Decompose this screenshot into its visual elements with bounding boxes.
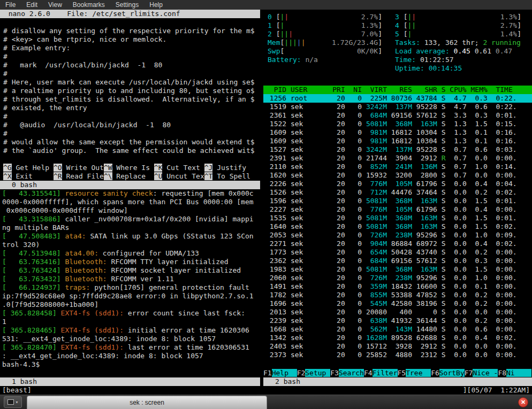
fkey-f3[interactable]: F3Search — [330, 369, 364, 377]
process-row[interactable]: 1535 sek 20 0 5081M 368M 163M S 0.0 1.5 … — [263, 214, 532, 222]
process-row[interactable]: 1519 sek 20 0 3242M 137M 95228 S 4.7 0.6… — [263, 103, 532, 111]
process-row[interactable]: 1620 sek 20 0 15932 3200 2800 S 0.7 0.0 … — [263, 171, 532, 180]
statusbar-spacer-right — [282, 386, 463, 395]
menu-bookmarks[interactable]: Bookmarks — [73, 1, 105, 9]
process-row[interactable]: 1522 sek 20 0 5081M 368M 163M S 1.3 1.5 … — [263, 120, 532, 128]
fkey-f1[interactable]: F1Help — [263, 369, 297, 377]
cpu3-meter: 3 [||1.3%] — [395, 13, 521, 21]
process-row[interactable]: 2271 sek 20 0 904M 86884 68972 S 0.0 0.4… — [263, 240, 532, 248]
terminal-line: [ 63.763432] Bluetooth: RFCOMM ver 1.11 — [2, 275, 260, 283]
process-row[interactable]: 2053 sek 20 0 726M 238M 95296 S 0.0 1.0 … — [263, 231, 532, 240]
menu-settings[interactable]: Settings — [116, 1, 139, 9]
cpu4-meter: 4 [||2.7%] — [395, 21, 521, 30]
fkey-f7[interactable]: F7Nice - — [465, 369, 498, 377]
process-row[interactable]: 2226 sek 20 0 776M 105M 61796 S 0.0 0.4 … — [263, 180, 532, 188]
nano-titlebar: nano 2.6.0 File: /etc/set_rlimits.conf — [0, 10, 260, 18]
terminal-line: # mark /usr/local/bin/jackd -1 80 — [3, 61, 260, 70]
window-list: 0 bash 1 bash 2 bash — [217, 386, 282, 395]
screen-caption-window1: 1 bash — [0, 377, 260, 386]
terminal-line: trol 320) — [2, 241, 260, 249]
terminal-line: # existed, the entry — [3, 104, 260, 112]
menu-edit[interactable]: Edit — [26, 1, 37, 9]
htop-meters-left: 0 [||2.7%] 1 [|1.3%] 2 [|||7.0%] Mem[|||… — [268, 13, 392, 73]
cpu5-meter: 5 [|1.4%] — [395, 30, 521, 38]
terminal-line: .0[7f9d52808000+1ba000] — [2, 300, 260, 309]
process-row[interactable]: 1640 sek 20 0 5081M 368M 163M S 0.0 1.5 … — [263, 222, 532, 231]
terminal-line: # @audio /usr/local/bin/jackd -1 80 — [3, 121, 260, 129]
new-tab-button[interactable]: ▾ — [4, 396, 22, 408]
terminal-line: # — [3, 52, 260, 61]
terminal-line: [ 365.828470] EXT4-fs (sdd1): last error… — [2, 343, 260, 352]
terminal-line: ip:7f9d528c68e0 sp:7ffdd9c28ae8 error:0 … — [2, 292, 260, 300]
menu-view[interactable]: View — [48, 1, 62, 9]
terminal-line: 1 — [2, 318, 260, 326]
process-row[interactable]: 1668 sek 20 0 562M 143M 14480 S 0.0 0.6 … — [263, 325, 532, 334]
process-row[interactable]: 2403 sek 20 0 15712 3928 2912 S 0.0 0.0 … — [263, 342, 532, 351]
process-row[interactable]: 1596 sek 20 0 5081M 368M 163M S 0.0 1.5 … — [263, 197, 532, 205]
process-row[interactable]: 2239 sek 20 0 638M 41932 36144 S 0.0 0.2… — [263, 317, 532, 325]
process-row[interactable]: 2361 sek 20 0 684M 69156 57612 S 3.3 0.3… — [263, 111, 532, 120]
fkey-f8[interactable]: F8Ni — [498, 369, 531, 377]
fkey-f5[interactable]: F5Tree — [398, 369, 431, 377]
terminal-line: # Here, user mark can execute /usr/local… — [3, 78, 260, 87]
process-table[interactable]: PID USER PRI NI VIRT RES SHR S CPU% MEM%… — [263, 86, 532, 369]
terminal-line: 531: __ext4_get_inode_loc:4389: inode 8:… — [2, 335, 260, 343]
terminal-line: [ 365.828458] EXT4-fs (sdd1): error coun… — [2, 309, 260, 318]
process-row[interactable]: 1256 root 20 0 225M 80736 43784 S 4.7 0.… — [263, 94, 532, 103]
process-table-header[interactable]: PID USER PRI NI VIRT RES SHR S CPU% MEM%… — [263, 86, 532, 94]
swap-meter: Swp[0K/0K] — [268, 47, 382, 56]
terminal-line: [ 63.763416] Bluetooth: RFCOMM TTY layer… — [2, 258, 260, 266]
close-icon: ✕ — [521, 399, 526, 406]
process-row[interactable]: 1782 sek 20 0 855M 53388 47852 S 0.0 0.2… — [263, 291, 532, 299]
process-row[interactable]: 2060 sek 20 0 726M 238M 95296 S 0.0 1.0 … — [263, 274, 532, 282]
fkey-f4[interactable]: F4Filter — [364, 369, 398, 377]
process-row[interactable]: 1983 sek 20 0 5081M 368M 163M S 0.0 1.5 … — [263, 265, 532, 274]
process-row[interactable]: 1696 sek 20 0 545M 42580 38196 S 0.0 0.2… — [263, 299, 532, 308]
terminal-icon — [7, 399, 14, 405]
process-row[interactable]: 1342 sek 20 0 1628M 89528 62688 S 0.0 0.… — [263, 334, 532, 342]
process-row[interactable]: 1773 sek 20 0 654M 50428 43740 S 0.0 0.2… — [263, 248, 532, 257]
process-row[interactable]: 1491 sek 20 0 359M 18432 16600 S 0.0 0.1… — [263, 282, 532, 291]
konsole-tabbar: ▾ sek : screen ✕ — [0, 395, 532, 409]
dmesg-pane[interactable]: [ 43.315541] resource sanity check: requ… — [0, 189, 260, 377]
nano-editor-body[interactable]: # disallow any setting of the respective… — [0, 18, 260, 164]
fkey-f2[interactable]: F2Setup — [297, 369, 331, 377]
screen-caption-window2: 2 bash — [263, 377, 532, 386]
terminal-line: # <key> can be rtprio, nice or memlock. — [3, 35, 260, 44]
htop-pane[interactable]: 0 [||2.7%] 1 [|1.3%] 2 [|||7.0%] Mem[|||… — [263, 10, 532, 386]
terminal-line: # a realtime priority up to and includin… — [3, 87, 260, 95]
process-row[interactable]: 2391 sek 20 0 21744 3904 2912 R 0.7 0.0 … — [263, 154, 532, 163]
terminal-line: # would allow the same except the permis… — [3, 138, 260, 146]
terminal-line: # Example entry: — [3, 44, 260, 52]
process-row[interactable]: 1609 sek 20 0 981M 16812 10304 S 1.3 0.1… — [263, 128, 532, 137]
menu-file[interactable]: File — [5, 1, 16, 9]
process-row[interactable]: 1609 sek 20 0 981M 16812 10304 S 1.3 0.1… — [263, 137, 532, 145]
nano-pane[interactable]: nano 2.6.0 File: /etc/set_rlimits.conf #… — [0, 10, 260, 181]
cpu1-meter: 1 [|1.3%] — [268, 21, 382, 30]
uptime: Uptime: 00:14:35 — [395, 64, 532, 73]
htop-function-key-bar: F1Help F2Setup F3SearchF4FilterF5Tree F6… — [263, 369, 532, 377]
hostname-label: [beast] — [2, 386, 36, 395]
process-row[interactable]: 2362 sek 20 0 684M 69156 57612 S 0.0 0.3… — [263, 257, 532, 265]
htop-meters-right: 3 [||1.3%] 4 [||2.7%] 5 [|1.4%] Tasks: 1… — [392, 13, 532, 73]
terminal-line: [ 63.763424] Bluetooth: RFCOMM socket la… — [2, 266, 260, 275]
tab-session-screen[interactable]: sek : screen — [27, 396, 267, 409]
process-row[interactable]: 2227 sek 20 0 776M 105M 61796 S 0.0 0.4 … — [263, 205, 532, 214]
menu-help[interactable]: Help — [149, 1, 163, 9]
chevron-down-icon: ▾ — [16, 399, 18, 405]
left-pane-column: nano 2.6.0 File: /etc/set_rlimits.conf #… — [0, 10, 260, 386]
fkey-f6[interactable]: F6SortBy — [431, 369, 465, 377]
terminal-line: [ 365.828465] EXT4-fs (sdd1): initial er… — [2, 326, 260, 335]
nano-shortcut-bar: ^G Get Help ^O Write Out^W Where Is ^K C… — [0, 164, 260, 181]
menubar: File Edit View Bookmarks Settings Help — [0, 0, 532, 10]
terminal-line: # disallow any setting of the respective… — [3, 27, 260, 35]
process-row[interactable]: 2110 sek 20 0 852M 241M 136M S 0.7 1.0 0… — [263, 163, 532, 171]
battery-status: Battery: n/a — [268, 56, 392, 64]
terminal-viewport[interactable]: nano 2.6.0 File: /etc/set_rlimits.conf #… — [0, 10, 532, 395]
close-session-button[interactable]: ✕ — [518, 397, 528, 407]
process-row[interactable]: 2373 sek 20 0 25852 4880 2312 S 0.0 0.0 … — [263, 351, 532, 359]
process-row[interactable]: 2013 sek 20 0 20080 400 0 S 0.0 0.0 0:00… — [263, 308, 532, 317]
tab-label: sek : screen — [130, 399, 164, 406]
process-row[interactable]: 1526 sek 20 0 712M 44476 37464 S 0.0 0.2… — [263, 188, 532, 197]
process-row[interactable]: 1527 sek 20 0 3242M 137M 95228 S 0.7 0.6… — [263, 145, 532, 154]
